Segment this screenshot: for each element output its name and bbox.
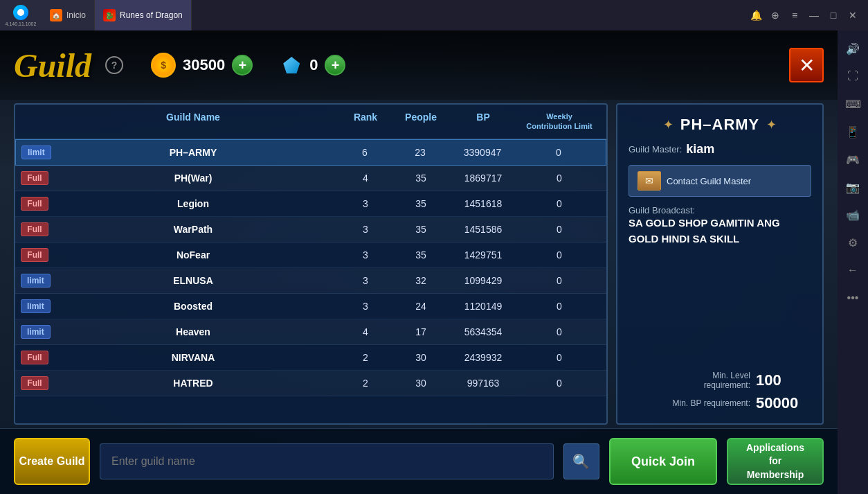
minimize-icon[interactable]: — [807, 8, 821, 22]
row-bp: 1869717 [449, 173, 518, 184]
tab-game-label: Runes of Dragon [120, 10, 183, 20]
row-status: limit [21, 145, 49, 159]
row-guild-name: WarPath [48, 224, 338, 235]
row-status: limit [21, 325, 48, 339]
col-people: People [393, 112, 449, 132]
tab-inicio[interactable]: 🏠 Inicio [42, 0, 95, 30]
row-guild-name: HATRED [48, 378, 338, 389]
maximize-icon[interactable]: □ [826, 8, 840, 22]
row-bp: 5634354 [449, 326, 518, 337]
bs-logo-icon [13, 5, 28, 20]
ornament-right-icon: ✦ [766, 117, 777, 132]
keyboard-icon[interactable]: ⌨ [840, 91, 865, 116]
create-guild-button[interactable]: Create Guild [14, 438, 90, 485]
main-content: Guild Name Rank People BP WeeklyContribu… [14, 103, 824, 425]
row-weekly: 0 [518, 173, 601, 184]
min-level-label: Min. Levelrequirement: [704, 371, 750, 390]
bell-icon[interactable]: 🔔 [749, 8, 763, 22]
row-guild-name: ELNUSA [48, 275, 338, 286]
back-icon[interactable]: ← [840, 258, 865, 283]
row-guild-name: Boosted [48, 301, 338, 312]
min-bp-value: 50000 [756, 394, 811, 412]
status-badge: Full [21, 171, 48, 185]
fullscreen-icon[interactable]: ⛶ [840, 64, 865, 89]
status-badge: limit [21, 274, 51, 288]
guild-list-panel: Guild Name Rank People BP WeeklyContribu… [14, 103, 608, 425]
row-bp: 3390947 [448, 147, 517, 158]
table-row[interactable]: limit PH–ARMY 6 23 3390947 0 [15, 139, 606, 166]
row-bp: 1099429 [449, 275, 518, 286]
bluestacks-titlebar: 4.140.11.1002 🏠 Inicio 🐉 Runes of Dragon… [0, 0, 868, 30]
search-icon[interactable]: ⊕ [768, 8, 782, 22]
gold-currency-block: $ 30500 + [151, 53, 253, 78]
help-button[interactable]: ? [105, 56, 123, 74]
row-rank: 4 [338, 326, 393, 337]
settings-icon[interactable]: ⚙ [840, 230, 865, 255]
video-icon[interactable]: 📹 [840, 202, 865, 227]
table-row[interactable]: Full WarPath 3 35 1451586 0 [15, 217, 606, 242]
gold-coin-icon: $ [151, 53, 176, 78]
search-button[interactable]: 🔍 [563, 443, 599, 479]
status-badge: limit [21, 325, 51, 339]
dots-icon[interactable]: ••• [840, 285, 865, 310]
row-people: 32 [393, 275, 449, 286]
row-weekly: 0 [518, 352, 601, 363]
status-badge: Full [21, 248, 48, 262]
row-weekly: 0 [518, 326, 601, 337]
mobile-icon[interactable]: 📱 [840, 119, 865, 144]
status-badge: Full [21, 376, 48, 390]
close-window-icon[interactable]: ✕ [846, 8, 860, 22]
add-gem-button[interactable]: + [325, 55, 345, 76]
tab-inicio-icon: 🏠 [50, 9, 62, 21]
row-people: 30 [393, 378, 449, 389]
row-rank: 3 [338, 275, 393, 286]
gem-amount: 0 [309, 56, 318, 74]
row-bp: 2439932 [449, 352, 518, 363]
row-status: Full [21, 197, 48, 211]
col-rank: Rank [338, 112, 393, 132]
row-bp: 1429751 [449, 249, 518, 261]
row-people: 30 [393, 352, 449, 363]
guild-search-input[interactable] [100, 443, 554, 479]
applications-button[interactable]: Applications forMembership [727, 438, 824, 485]
table-row[interactable]: Full PH(War) 4 35 1869717 0 [15, 166, 606, 191]
col-weekly: WeeklyContribution Limit [518, 112, 601, 132]
create-guild-label: Create Guild [19, 455, 84, 469]
status-badge: limit [21, 145, 51, 159]
row-rank: 2 [338, 378, 393, 389]
row-status: limit [21, 299, 48, 313]
row-guild-name: PH–ARMY [49, 147, 337, 158]
table-row[interactable]: Full NIRVANA 2 30 2439932 0 [15, 345, 606, 371]
table-row[interactable]: limit Boosted 3 24 1120149 0 [15, 294, 606, 319]
table-row[interactable]: Full Legion 3 35 1451618 0 [15, 191, 606, 217]
menu-icon[interactable]: ≡ [788, 8, 802, 22]
row-people: 17 [393, 326, 449, 337]
row-rank: 2 [338, 352, 393, 363]
status-badge: Full [21, 351, 48, 364]
row-rank: 3 [338, 224, 393, 235]
tab-game[interactable]: 🐉 Runes of Dragon [95, 0, 192, 30]
volume-icon[interactable]: 🔊 [840, 36, 865, 61]
broadcast-section: Guild Broadcast: SA GOLD SHOP GAMITIN AN… [629, 205, 811, 247]
row-weekly: 0 [518, 249, 601, 261]
row-status: Full [21, 248, 48, 262]
gamepad-icon[interactable]: 🎮 [840, 147, 865, 172]
table-row[interactable]: Full HATRED 2 30 997163 0 [15, 371, 606, 396]
status-badge: limit [21, 299, 51, 313]
close-guild-button[interactable]: ✕ [789, 48, 824, 82]
status-badge: Full [21, 222, 48, 236]
gem-currency-block: 0 + [280, 54, 345, 76]
bs-version: 4.140.11.1002 [6, 21, 37, 26]
table-row[interactable]: limit ELNUSA 3 32 1099429 0 [15, 268, 606, 294]
camera-icon[interactable]: 📷 [840, 175, 865, 200]
row-weekly: 0 [517, 147, 600, 158]
row-people: 35 [393, 198, 449, 209]
row-bp: 1451618 [449, 198, 518, 209]
add-gold-button[interactable]: + [232, 55, 253, 76]
row-weekly: 0 [518, 378, 601, 389]
table-row[interactable]: limit Heaven 4 17 5634354 0 [15, 319, 606, 345]
table-row[interactable]: Full NoFear 3 35 1429751 0 [15, 242, 606, 268]
row-rank: 3 [338, 301, 393, 312]
contact-master-button[interactable]: ✉ Contact Guild Master [629, 165, 811, 197]
quick-join-button[interactable]: Quick Join [609, 438, 717, 485]
